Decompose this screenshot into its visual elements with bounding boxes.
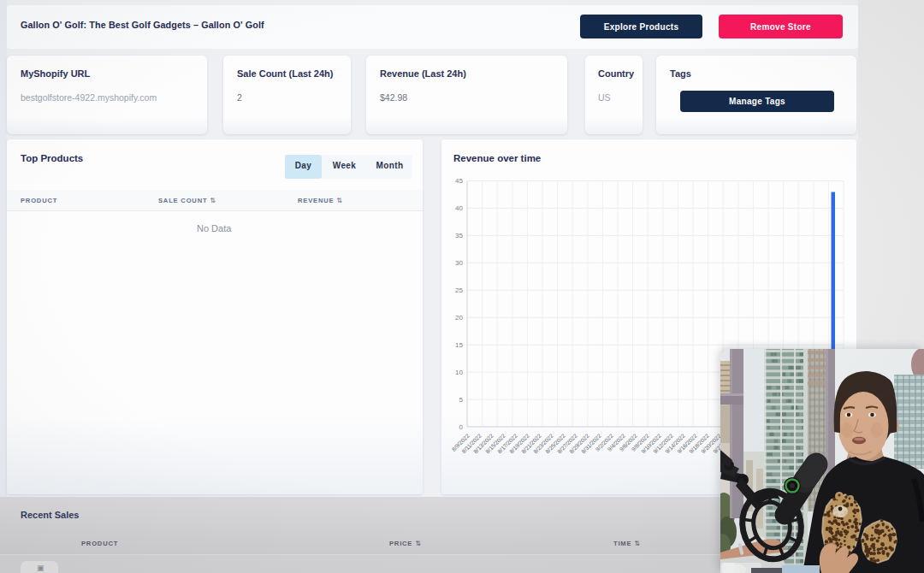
svg-text:15: 15 [455,341,463,349]
svg-text:10: 10 [455,369,463,376]
svg-text:35: 35 [455,232,463,239]
svg-text:25: 25 [455,286,463,294]
svg-text:45: 45 [455,177,463,185]
svg-text:5: 5 [459,396,464,404]
svg-text:20: 20 [455,314,463,322]
svg-text:30: 30 [455,259,463,267]
svg-text:40: 40 [455,204,463,212]
svg-text:0: 0 [459,423,464,431]
